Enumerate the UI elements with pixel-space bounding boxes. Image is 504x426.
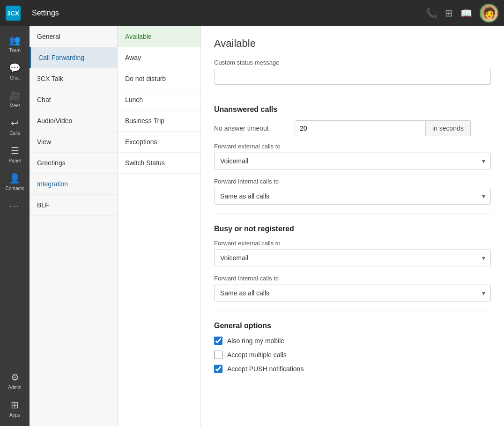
topbar-actions: 📞 ⊞ 📖 🧑 xyxy=(426,4,498,22)
main-layout: 👥 Team 💬 Chat 🎥 Meet ↩ Calls ☰ Panel 👤 C… xyxy=(0,26,504,426)
sidebar-label-panel: Panel xyxy=(9,158,21,163)
page-title: Available xyxy=(214,37,491,50)
team-icon: 👥 xyxy=(9,35,21,46)
status-item-business-trip[interactable]: Business Trip xyxy=(118,110,200,132)
sidebar-label-contacts: Contacts xyxy=(6,186,24,191)
nav-item-view[interactable]: View xyxy=(30,132,117,153)
busy-forward-external-label: Forward external calls to xyxy=(214,240,491,247)
nav-item-integration[interactable]: Integration xyxy=(30,174,117,195)
nav-item-blf[interactable]: BLF xyxy=(30,195,117,216)
general-options-header: General options xyxy=(214,318,491,330)
content-panel: Available Custom status message Unanswer… xyxy=(201,26,504,426)
nav-item-chat[interactable]: Chat xyxy=(30,89,117,110)
busy-forward-external-select-wrapper: Voicemail Extension Mobile Disable xyxy=(214,250,491,266)
timeout-input[interactable] xyxy=(295,120,426,136)
busy-forward-external-select[interactable]: Voicemail Extension Mobile Disable xyxy=(214,250,491,266)
checkbox-push-label: Accept PUSH notifications xyxy=(227,365,304,373)
no-answer-label: No answer timeout xyxy=(214,125,289,132)
status-panel: Available Away Do not disturb Lunch Busi… xyxy=(118,26,201,426)
sidebar-item-apps[interactable]: ⊞ Apps xyxy=(0,395,30,422)
sidebar-label-calls: Calls xyxy=(9,131,20,136)
checkbox-mobile[interactable] xyxy=(214,337,222,345)
nav-item-audio-video[interactable]: Audio/Video xyxy=(30,110,117,132)
busy-forward-internal-select[interactable]: Same as all calls Voicemail Extension Mo… xyxy=(214,285,491,301)
forward-internal-select-wrapper: Same as all calls Voicemail Extension Mo… xyxy=(214,188,491,205)
nav-item-greetings[interactable]: Greetings xyxy=(30,153,117,174)
topbar: 3CX Settings 📞 ⊞ 📖 🧑 xyxy=(0,0,504,26)
busy-forward-internal-label: Forward internal calls to xyxy=(214,275,491,282)
nav-item-3cx-talk[interactable]: 3CX Talk xyxy=(30,68,117,89)
checkbox-multiple-label: Accept multiple calls xyxy=(227,351,287,359)
forward-internal-label: Forward internal calls to xyxy=(214,178,491,185)
checkbox-multiple-text: Accept multiple calls xyxy=(227,351,287,359)
phone-icon[interactable]: 📞 xyxy=(426,7,437,19)
sidebar-label-apps: Apps xyxy=(9,412,20,418)
nav-item-general[interactable]: General xyxy=(30,26,117,47)
unanswered-section-header: Unanswered calls xyxy=(214,102,491,114)
more-icon: ··· xyxy=(9,200,20,211)
sidebar-item-admin[interactable]: ⚙ Admin xyxy=(0,367,30,395)
admin-icon: ⚙ xyxy=(11,372,19,383)
busy-forward-internal-group: Forward internal calls to Same as all ca… xyxy=(214,275,491,301)
busy-section-header: Busy or not registered xyxy=(214,221,491,233)
custom-status-label: Custom status message xyxy=(214,59,491,66)
checkbox-multiple[interactable] xyxy=(214,351,222,359)
sidebar-item-chat[interactable]: 💬 Chat xyxy=(0,58,30,85)
sidebar-item-panel[interactable]: ☰ Panel xyxy=(0,140,30,168)
sidebar-item-team[interactable]: 👥 Team xyxy=(0,30,30,58)
apps-icon: ⊞ xyxy=(11,399,19,411)
forward-external-label: Forward external calls to xyxy=(214,143,491,150)
checkbox-multiple-row: Accept multiple calls xyxy=(214,351,491,359)
forward-external-select[interactable]: Voicemail Extension Mobile Disable xyxy=(214,153,491,169)
chat-icon: 💬 xyxy=(9,62,21,73)
divider-1 xyxy=(214,213,491,213)
sidebar-label-meet: Meet xyxy=(9,103,20,108)
status-item-available[interactable]: Available xyxy=(118,26,200,47)
status-item-lunch[interactable]: Lunch xyxy=(118,89,200,110)
status-item-away[interactable]: Away xyxy=(118,47,200,68)
status-item-exceptions[interactable]: Exceptions xyxy=(118,132,200,153)
book-icon[interactable]: 📖 xyxy=(460,7,472,19)
sidebar-item-meet[interactable]: 🎥 Meet xyxy=(0,85,30,113)
custom-status-input[interactable] xyxy=(214,69,491,85)
checkbox-push[interactable] xyxy=(214,365,222,373)
forward-internal-group: Forward internal calls to Same as all ca… xyxy=(214,178,491,205)
panel-icon: ☰ xyxy=(11,145,19,156)
no-answer-timeout-row: No answer timeout in seconds xyxy=(214,120,491,136)
qr-icon[interactable]: ⊞ xyxy=(445,7,453,19)
busy-forward-internal-select-wrapper: Same as all calls Voicemail Extension Mo… xyxy=(214,285,491,301)
avatar-image: 🧑 xyxy=(481,5,497,22)
divider-2 xyxy=(214,310,491,310)
meet-icon: 🎥 xyxy=(9,90,21,101)
sidebar-label-chat: Chat xyxy=(10,75,20,81)
logo: 3CX xyxy=(6,6,21,21)
contacts-icon: 👤 xyxy=(9,173,21,184)
nav-item-call-forwarding[interactable]: Call Forwarding xyxy=(30,47,117,68)
checkbox-push-row: Accept PUSH notifications xyxy=(214,365,491,373)
timeout-suffix: in seconds xyxy=(426,120,471,136)
status-item-switch-status[interactable]: Switch Status xyxy=(118,153,200,174)
sidebar-item-calls[interactable]: ↩ Calls xyxy=(0,113,30,140)
avatar[interactable]: 🧑 xyxy=(480,4,498,22)
topbar-title: Settings xyxy=(32,9,426,17)
nav-panel: General Call Forwarding 3CX Talk Chat Au… xyxy=(30,26,118,426)
logo-text: 3CX xyxy=(7,10,19,17)
sidebar-label-admin: Admin xyxy=(8,385,21,390)
status-item-do-not-disturb[interactable]: Do not disturb xyxy=(118,68,200,89)
timeout-wrapper: in seconds xyxy=(295,120,471,136)
checkbox-mobile-row: Also ring my mobile xyxy=(214,337,491,345)
forward-external-group: Forward external calls to Voicemail Exte… xyxy=(214,143,491,169)
sidebar: 👥 Team 💬 Chat 🎥 Meet ↩ Calls ☰ Panel 👤 C… xyxy=(0,26,30,426)
sidebar-label-team: Team xyxy=(9,48,20,53)
checkbox-mobile-label: Also ring my mobile xyxy=(227,337,284,345)
forward-internal-select[interactable]: Same as all calls Voicemail Extension Mo… xyxy=(214,188,491,205)
calls-icon: ↩ xyxy=(11,118,19,129)
busy-forward-external-group: Forward external calls to Voicemail Exte… xyxy=(214,240,491,266)
logo-icon: 3CX xyxy=(6,6,21,21)
forward-external-select-wrapper: Voicemail Extension Mobile Disable xyxy=(214,153,491,169)
sidebar-item-contacts[interactable]: 👤 Contacts xyxy=(0,168,30,196)
sidebar-item-more[interactable]: ··· xyxy=(0,196,30,216)
